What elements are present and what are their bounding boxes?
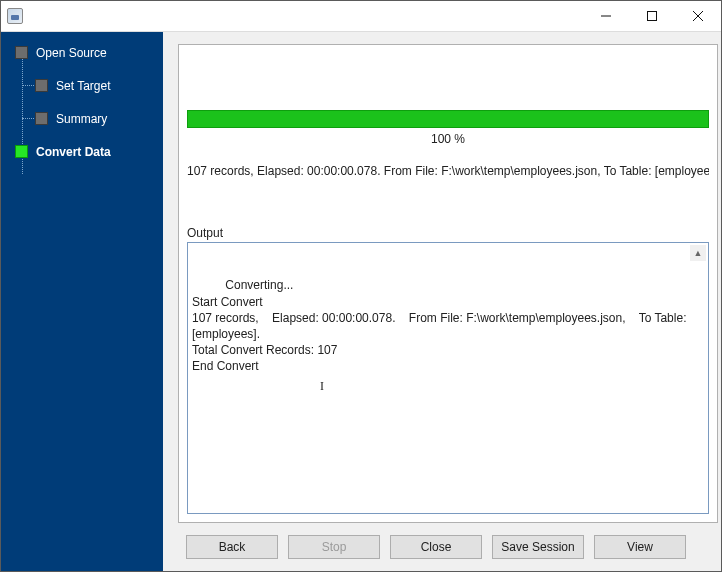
wizard-sidebar: Open Source Set Target Summary Convert D… bbox=[1, 32, 163, 571]
app-icon bbox=[7, 8, 23, 24]
step-label: Set Target bbox=[56, 79, 110, 93]
back-button[interactable]: Back bbox=[186, 535, 278, 559]
output-textarea[interactable]: ▲ Converting... Start Convert 107 record… bbox=[187, 242, 709, 514]
step-label: Summary bbox=[56, 112, 107, 126]
output-label: Output bbox=[187, 226, 709, 240]
progress-bar bbox=[187, 110, 709, 128]
application-window: Open Source Set Target Summary Convert D… bbox=[0, 0, 722, 572]
step-open-source[interactable]: Open Source bbox=[1, 42, 163, 63]
maximize-button[interactable] bbox=[629, 1, 675, 31]
titlebar[interactable] bbox=[1, 1, 721, 32]
step-status-icon bbox=[15, 46, 28, 59]
text-caret-icon: I bbox=[320, 378, 324, 394]
step-set-target[interactable]: Set Target bbox=[1, 75, 163, 96]
maximize-icon bbox=[647, 11, 657, 21]
step-label: Open Source bbox=[36, 46, 107, 60]
window-controls bbox=[583, 1, 721, 31]
main-panel: 100 % 107 records, Elapsed: 00:00:00.078… bbox=[163, 32, 721, 571]
window-body: Open Source Set Target Summary Convert D… bbox=[1, 32, 721, 571]
minimize-icon bbox=[601, 11, 611, 21]
step-status-icon bbox=[15, 145, 28, 158]
scroll-up-button[interactable]: ▲ bbox=[690, 245, 706, 261]
progress-percent: 100 % bbox=[187, 132, 709, 146]
close-window-button[interactable] bbox=[675, 1, 721, 31]
progress-section: 100 % bbox=[187, 110, 709, 146]
status-line: 107 records, Elapsed: 00:00:00.078. From… bbox=[187, 164, 709, 178]
tree-tick bbox=[22, 85, 34, 86]
close-button[interactable]: Close bbox=[390, 535, 482, 559]
tree-tick bbox=[22, 118, 34, 119]
save-session-button[interactable]: Save Session bbox=[492, 535, 584, 559]
step-convert-data[interactable]: Convert Data bbox=[1, 141, 163, 162]
svg-rect-1 bbox=[648, 12, 657, 21]
content-panel: 100 % 107 records, Elapsed: 00:00:00.078… bbox=[178, 44, 718, 523]
wizard-button-row: Back Stop Close Save Session View bbox=[178, 531, 718, 563]
step-status-icon bbox=[35, 79, 48, 92]
close-icon bbox=[693, 11, 703, 21]
stop-button[interactable]: Stop bbox=[288, 535, 380, 559]
step-summary[interactable]: Summary bbox=[1, 108, 163, 129]
minimize-button[interactable] bbox=[583, 1, 629, 31]
output-text: Converting... Start Convert 107 records,… bbox=[192, 278, 690, 373]
titlebar-left bbox=[1, 8, 23, 24]
view-button[interactable]: View bbox=[594, 535, 686, 559]
step-status-icon bbox=[35, 112, 48, 125]
step-label: Convert Data bbox=[36, 145, 111, 159]
